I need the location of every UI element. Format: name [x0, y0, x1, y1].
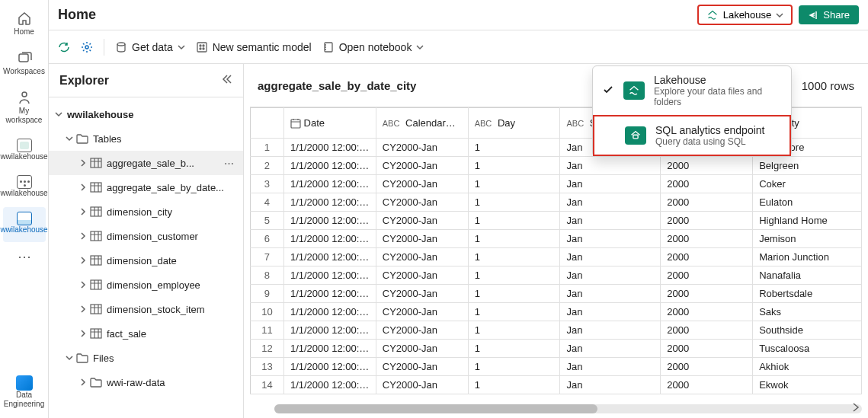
table-cell: 1: [468, 321, 560, 340]
tree-chevron[interactable]: [78, 328, 88, 339]
table-cell: CY2000-Jan: [376, 358, 468, 376]
tree-table-item[interactable]: dimension_stock_item: [49, 297, 243, 321]
table-cell: CY2000-Jan: [376, 193, 468, 212]
tree-table-item[interactable]: aggregate_sale_b...⋯: [49, 151, 243, 175]
view-switch-lakehouse[interactable]: Lakehouse: [697, 5, 793, 25]
collapse-panel-button[interactable]: [222, 74, 232, 88]
table-cell: Jan: [560, 285, 661, 303]
column-header[interactable]: ABC Day: [468, 108, 560, 139]
tree-files-group[interactable]: Files: [49, 346, 243, 370]
refresh-button[interactable]: [58, 41, 70, 53]
share-button[interactable]: Share: [799, 5, 859, 24]
svg-rect-11: [91, 183, 101, 192]
rownum-cell: 8: [251, 266, 284, 285]
tree-chevron[interactable]: [64, 353, 75, 363]
tree-tables-group[interactable]: Tables: [49, 126, 243, 151]
tree-chevron[interactable]: [78, 377, 88, 388]
table-row[interactable]: 141/1/2000 12:00:0...CY2000-Jan1Jan2000E…: [251, 376, 862, 394]
open-notebook-button[interactable]: Open notebook: [322, 41, 424, 53]
person-icon: [17, 90, 32, 105]
table-row[interactable]: 61/1/2000 12:00:0...CY2000-Jan1Jan2000Je…: [251, 230, 862, 248]
rownum-cell: 4: [251, 193, 284, 212]
table-cell: 1: [468, 175, 560, 193]
table-cell: Belgreen: [753, 157, 862, 175]
column-header[interactable]: Date: [283, 108, 376, 139]
tree-root[interactable]: wwilakehouse: [49, 102, 243, 126]
tree-chevron[interactable]: [78, 182, 88, 193]
table-cell: Jemison: [753, 230, 862, 248]
table-cell: CY2000-Jan: [376, 340, 468, 358]
table-row[interactable]: 131/1/2000 12:00:0...CY2000-Jan1Jan2000A…: [251, 358, 862, 376]
rail-wwilakehouse-1[interactable]: wwilakehouse: [3, 134, 46, 169]
rail-wwilakehouse-3[interactable]: wwilakehouse: [3, 207, 46, 242]
tree-table-item[interactable]: dimension_employee: [49, 273, 243, 297]
new-semantic-model-button[interactable]: New semantic model: [196, 41, 312, 53]
rail-wwilakehouse-3-label: wwilakehouse: [0, 225, 47, 235]
tree-chevron[interactable]: [78, 206, 88, 217]
horizontal-scrollbar[interactable]: [274, 404, 862, 413]
rail-home[interactable]: Home: [3, 6, 46, 44]
rail-data-engineering[interactable]: Data Engineering: [3, 371, 46, 416]
flyout-option-sql[interactable]: SQL analytics endpoint Query data using …: [593, 115, 791, 156]
tree-chevron[interactable]: [53, 109, 64, 120]
table-icon: [90, 230, 102, 242]
column-header[interactable]: ABC CalendarMo...: [376, 108, 468, 139]
table-row[interactable]: 41/1/2000 12:00:0...CY2000-Jan1Jan2000Eu…: [251, 193, 862, 212]
table-cell: 2000: [661, 248, 753, 266]
toolbar: Get data New semantic model Open noteboo…: [49, 30, 868, 64]
table-row[interactable]: 111/1/2000 12:00:0...CY2000-Jan1Jan2000S…: [251, 321, 862, 340]
rail-my-workspace[interactable]: My workspace: [3, 85, 46, 132]
caret-right-icon: [851, 403, 860, 412]
rail-workspaces[interactable]: Workspaces: [3, 46, 46, 84]
column-name: CalendarMo...: [405, 117, 468, 129]
tree-table-item[interactable]: fact_sale: [49, 321, 243, 346]
table-row[interactable]: 91/1/2000 12:00:0...CY2000-Jan1Jan2000Ro…: [251, 285, 862, 303]
tree-table-item[interactable]: aggregate_sale_by_date...: [49, 175, 243, 199]
tree-table-label: aggregate_sale_by_date...: [107, 182, 237, 193]
rownum-cell: 6: [251, 230, 284, 248]
settings-button[interactable]: [81, 41, 93, 53]
svg-rect-0: [19, 54, 28, 62]
table-cell: CY2000-Jan: [376, 139, 468, 157]
flyout-sql-title: SQL analytics endpoint: [655, 124, 764, 136]
tree-table-item[interactable]: dimension_date: [49, 248, 243, 273]
table-cell: 2000: [661, 266, 753, 285]
explorer-panel: Explorer wwilakehouseTablesaggregate_sal…: [49, 64, 244, 418]
tree-table-item[interactable]: dimension_city: [49, 199, 243, 224]
tree-chevron[interactable]: [78, 231, 88, 241]
table-cell: 1/1/2000 12:00:0...: [283, 321, 376, 340]
scrollbar-thumb[interactable]: [274, 404, 597, 413]
tree-chevron[interactable]: [78, 255, 88, 266]
scroll-right-button[interactable]: [851, 401, 860, 415]
tree-item-more[interactable]: ⋯: [221, 158, 237, 169]
table-row[interactable]: 71/1/2000 12:00:0...CY2000-Jan1Jan2000Ma…: [251, 248, 862, 266]
chevron-down-icon: [416, 43, 424, 51]
table-cell: Jan: [560, 303, 661, 321]
table-cell: 1: [468, 230, 560, 248]
table-cell: 1/1/2000 12:00:0...: [283, 157, 376, 175]
table-cell: CY2000-Jan: [376, 175, 468, 193]
rail-wwilakehouse-2-label: wwilakehouse: [0, 189, 47, 198]
get-data-button[interactable]: Get data: [115, 41, 185, 53]
table-row[interactable]: 101/1/2000 12:00:0...CY2000-Jan1Jan2000S…: [251, 303, 862, 321]
tree-folder-item[interactable]: wwi-raw-data: [49, 370, 243, 394]
tree-chevron[interactable]: [78, 304, 88, 314]
table-row[interactable]: 21/1/2000 12:00:0...CY2000-Jan1Jan2000Be…: [251, 157, 862, 175]
tree-table-item[interactable]: dimension_customer: [49, 224, 243, 248]
table-row[interactable]: 121/1/2000 12:00:0...CY2000-Jan1Jan2000T…: [251, 340, 862, 358]
svg-point-5: [200, 45, 201, 46]
flyout-option-lakehouse[interactable]: Lakehouse Explore your data files and fo…: [593, 66, 791, 115]
table-row[interactable]: 51/1/2000 12:00:0...CY2000-Jan1Jan2000Hi…: [251, 212, 862, 230]
table-cell: CY2000-Jan: [376, 266, 468, 285]
tree-chevron[interactable]: [78, 279, 88, 290]
table-cell: Jan: [560, 212, 661, 230]
table-row[interactable]: 81/1/2000 12:00:0...CY2000-Jan1Jan2000Na…: [251, 266, 862, 285]
rail-more[interactable]: ⋯: [13, 244, 36, 270]
table-row[interactable]: 31/1/2000 12:00:0...CY2000-Jan1Jan2000Co…: [251, 175, 862, 193]
rail-wwilakehouse-2[interactable]: wwilakehouse: [3, 171, 46, 206]
tree-table-label: dimension_employee: [107, 279, 237, 291]
rail-workspaces-label: Workspaces: [3, 67, 45, 76]
tree-chevron[interactable]: [78, 158, 88, 168]
tree-chevron[interactable]: [64, 133, 75, 144]
svg-point-3: [117, 43, 125, 46]
